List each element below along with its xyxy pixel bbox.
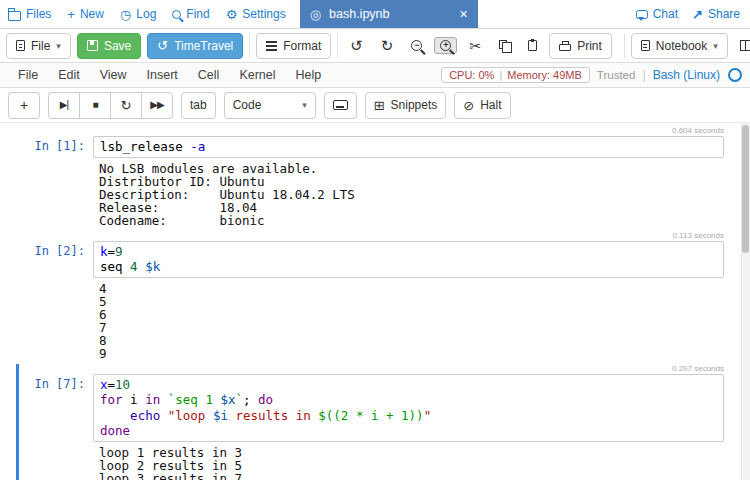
notebook-cell: 0.604 secondsIn [1]:lsb_release -aNo LSB… bbox=[16, 126, 724, 229]
toolbar-divider bbox=[624, 34, 625, 58]
topbar-item-label: New bbox=[80, 7, 104, 21]
menu-kernel[interactable]: Kernel bbox=[229, 68, 285, 82]
print-label: Print bbox=[577, 39, 602, 53]
cell-output: 4 5 6 7 8 9 bbox=[93, 280, 724, 362]
save-label: Save bbox=[104, 39, 131, 53]
stop-button[interactable]: ■ bbox=[79, 92, 111, 119]
jupyter-icon: ◎ bbox=[310, 8, 321, 21]
snippets-button[interactable]: ⊞ Snippets bbox=[365, 92, 447, 119]
toolbar-divider bbox=[337, 34, 338, 58]
save-button[interactable]: Save bbox=[77, 33, 141, 59]
print-button[interactable]: Print bbox=[549, 33, 612, 59]
save-icon bbox=[87, 40, 98, 51]
undo-button[interactable]: ↺ bbox=[344, 35, 369, 56]
project-nav: Files+New◷LogFind⚙Settings bbox=[8, 0, 286, 28]
menu-edit[interactable]: Edit bbox=[48, 68, 90, 82]
cell-type-select[interactable]: Code ▾ bbox=[224, 92, 316, 119]
cell-code-editor[interactable]: x=10 for i in `seq 1 $x`; do echo "loop … bbox=[93, 374, 724, 442]
cell-input-prompt: In [2]: bbox=[25, 241, 93, 278]
cpu-usage: CPU: 0% bbox=[449, 69, 494, 81]
tab-complete-button[interactable]: tab bbox=[181, 92, 216, 119]
notebook-cell: 0.113 secondsIn [2]:k=9 seq 4 $k4 5 6 7 … bbox=[16, 231, 724, 362]
frame-type-button[interactable]: Notebook ▾ bbox=[631, 33, 728, 59]
restart-kernel-button[interactable]: ↻ bbox=[110, 92, 142, 119]
scrollbar[interactable] bbox=[741, 123, 750, 480]
cell-output: loop 1 results in 3 loop 2 results in 5 … bbox=[93, 444, 724, 480]
snippets-label: Snippets bbox=[391, 98, 438, 112]
paste-button[interactable] bbox=[522, 37, 543, 54]
redo-button[interactable]: ↻ bbox=[375, 35, 400, 56]
file-menu-label: File bbox=[31, 39, 50, 53]
topbar-item-label: Find bbox=[186, 7, 209, 21]
chat-button[interactable]: Chat bbox=[636, 7, 678, 21]
topbar-spacer bbox=[478, 0, 636, 28]
chat-icon bbox=[636, 10, 648, 19]
topbar-item-new[interactable]: +New bbox=[67, 7, 104, 21]
keyboard-shortcuts-button[interactable] bbox=[324, 92, 357, 119]
cell-input-prompt: In [1]: bbox=[25, 136, 93, 158]
run-all-button[interactable]: ▶▶ bbox=[141, 92, 173, 119]
project-topbar: Files+New◷LogFind⚙Settings ◎ bash.ipynb … bbox=[0, 0, 750, 29]
paste-icon bbox=[528, 40, 537, 51]
timetravel-label: TimeTravel bbox=[174, 39, 233, 53]
menu-insert[interactable]: Insert bbox=[137, 68, 188, 82]
topbar-item-find[interactable]: Find bbox=[172, 7, 209, 21]
cell-code-editor[interactable]: k=9 seq 4 $k bbox=[93, 241, 724, 278]
halt-label: Halt bbox=[480, 98, 501, 112]
topbar-item-log[interactable]: ◷Log bbox=[120, 7, 156, 21]
history-icon: ◷ bbox=[120, 8, 131, 21]
cell-toolbar: + ▶| ■ ↻ ▶▶ tab Code ▾ ⊞ bbox=[0, 88, 750, 123]
menu-file[interactable]: File bbox=[8, 68, 48, 82]
menu-items: FileEditViewInsertCellKernelHelp bbox=[8, 68, 331, 82]
kernel-usage-chip: CPU: 0% | Memory: 49MB bbox=[441, 67, 590, 83]
kernel-name[interactable]: Bash (Linux) bbox=[653, 68, 720, 82]
share-button[interactable]: ↗ Share bbox=[692, 7, 740, 22]
folder-icon bbox=[8, 11, 21, 21]
search-icon bbox=[172, 10, 181, 19]
cell-list: 0.604 secondsIn [1]:lsb_release -aNo LSB… bbox=[16, 126, 724, 480]
topbar-item-settings[interactable]: ⚙Settings bbox=[226, 7, 286, 21]
menu-help[interactable]: Help bbox=[286, 68, 332, 82]
zoom-out-icon: − bbox=[411, 40, 422, 51]
insert-cell-button[interactable]: + bbox=[8, 92, 40, 119]
timetravel-icon: ↺ bbox=[157, 39, 168, 52]
print-icon bbox=[559, 44, 571, 51]
settings-icon: ⚙ bbox=[226, 8, 238, 21]
notebook-cell: 0.297 secondsIn [7]:x=10 for i in `seq 1… bbox=[16, 364, 724, 480]
run-icon: ▶| bbox=[60, 100, 68, 110]
cut-button[interactable]: ✂ bbox=[463, 36, 487, 56]
timetravel-button[interactable]: ↺ TimeTravel bbox=[147, 33, 243, 59]
zoom-out-button[interactable]: − bbox=[405, 37, 428, 54]
cell-input-prompt: In [7]: bbox=[25, 374, 93, 442]
cell-code-editor[interactable]: lsb_release -a bbox=[93, 136, 724, 158]
split-frame-button[interactable] bbox=[734, 37, 750, 54]
file-tab-bash-ipynb[interactable]: ◎ bash.ipynb × bbox=[300, 0, 478, 28]
cell-output: No LSB modules are available. Distributo… bbox=[93, 160, 724, 229]
scrollbar-thumb[interactable] bbox=[742, 125, 749, 253]
chat-label: Chat bbox=[653, 7, 678, 21]
keyboard-icon bbox=[333, 100, 348, 110]
topbar-item-files[interactable]: Files bbox=[8, 7, 51, 21]
close-tab-icon[interactable]: × bbox=[460, 6, 468, 22]
run-cell-button[interactable]: ▶| bbox=[48, 92, 80, 119]
menu-cell[interactable]: Cell bbox=[188, 68, 230, 82]
split-frame-icon bbox=[740, 40, 750, 51]
format-button[interactable]: Format bbox=[256, 33, 331, 59]
topbar-item-label: Log bbox=[136, 7, 156, 21]
halt-button[interactable]: ⊘ Halt bbox=[454, 92, 510, 119]
cell-output-prompt bbox=[25, 442, 93, 480]
zoom-in-button[interactable]: + bbox=[434, 37, 457, 54]
file-menu-button[interactable]: File ▾ bbox=[6, 33, 71, 59]
cell-exec-time: 0.604 seconds bbox=[25, 126, 724, 135]
copy-button[interactable] bbox=[493, 40, 516, 52]
run-button-group: ▶| ■ ↻ ▶▶ bbox=[48, 92, 173, 119]
tab-button-label: tab bbox=[190, 98, 207, 112]
plus-icon: + bbox=[20, 98, 28, 112]
usage-divider: | bbox=[499, 69, 502, 81]
redo-icon: ↻ bbox=[381, 38, 394, 53]
cell-output-prompt bbox=[25, 278, 93, 362]
menu-view[interactable]: View bbox=[90, 68, 137, 82]
notebook-icon bbox=[641, 40, 650, 51]
notebook-menubar: FileEditViewInsertCellKernelHelp CPU: 0%… bbox=[0, 63, 750, 88]
status-divider: | bbox=[642, 68, 645, 82]
